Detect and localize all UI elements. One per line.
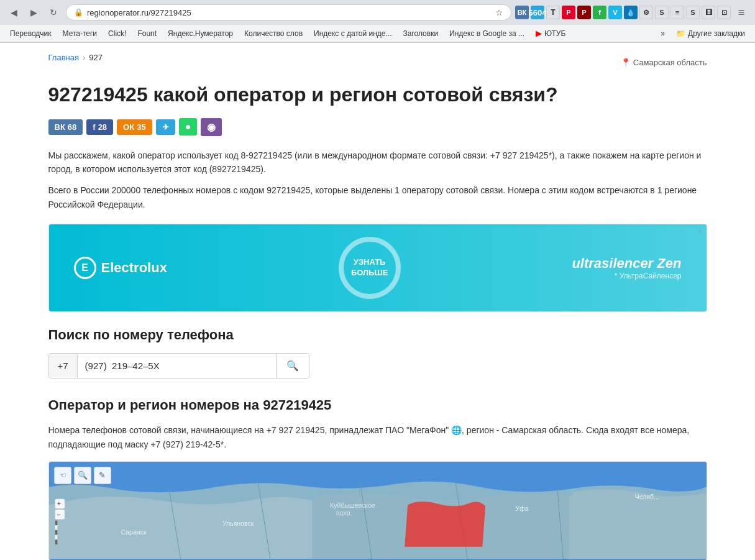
browser-titlebar: ◀ ▶ ↻ 🔒 regionoperator.ru/927219425 ☆ ВК… — [0, 0, 755, 25]
ext1-icon[interactable]: ⚙ — [639, 6, 653, 19]
map-zoom-tool[interactable]: 🔍 — [74, 467, 91, 484]
folder-icon: 📁 — [676, 29, 685, 38]
youtube-icon: ▶ — [536, 29, 542, 38]
page-title: 927219425 какой оператор и регион сотово… — [48, 82, 707, 108]
bookmark-label: Заголовки — [403, 29, 439, 38]
map-draw-tool[interactable]: ✎ — [94, 467, 111, 484]
ext3-icon[interactable]: ≡ — [670, 6, 684, 19]
nav-buttons: ◀ ▶ ↻ — [5, 4, 62, 21]
svg-rect-13 — [55, 530, 57, 535]
phone-search-input[interactable] — [78, 354, 276, 377]
bookmark-label: Click! — [108, 29, 126, 38]
vimeo-icon[interactable]: V — [608, 6, 622, 19]
social-buttons-row: ВК 68 f 28 ОК 35 ✈ ● ◉ — [48, 118, 707, 136]
address-bar[interactable]: 🔒 regionoperator.ru/927219425 ☆ — [66, 4, 511, 21]
ext6-icon[interactable]: ⊡ — [717, 6, 731, 19]
ext5-icon[interactable]: 🎞 — [702, 6, 715, 19]
region-text: Самарская область — [633, 58, 707, 67]
bookmark-fount[interactable]: Fount — [132, 27, 162, 40]
other-bookmarks-label: Другие закладки — [688, 29, 745, 38]
bookmark-perevodchik[interactable]: Переводчик — [5, 27, 57, 40]
whatsapp-share-button[interactable]: ● — [179, 118, 198, 135]
svg-text:вдхр.: вдхр. — [336, 509, 352, 516]
vk-share-button[interactable]: ВК 68 — [48, 119, 83, 135]
odnoklassniki-share-button[interactable]: ОК 35 — [117, 119, 152, 135]
breadcrumb-row: Главная › 927 📍 Самарская область — [48, 53, 707, 72]
menu-button[interactable]: ≡ — [733, 4, 750, 21]
ok-count: 35 — [137, 122, 145, 132]
ad-cta-text: УЗНАТЬБОЛЬШЕ — [351, 257, 388, 278]
facebook-count: 28 — [98, 122, 107, 132]
bookmark-yandex-numerator[interactable]: Яндекс.Нумератор — [163, 27, 238, 40]
bookmark-google-index[interactable]: Индекс в Google за ... — [444, 27, 529, 40]
bookmark-word-count[interactable]: Количество слов — [239, 27, 308, 40]
ad-right-content: ultrasilencer Zen * УльтраСайленсер — [572, 255, 681, 280]
svg-text:Саранск: Саранск — [121, 528, 147, 536]
browser-chrome: ◀ ▶ ↻ 🔒 regionoperator.ru/927219425 ☆ ВК… — [0, 0, 755, 43]
ad-label: i — [700, 227, 701, 234]
bookmark-headers[interactable]: Заголовки — [398, 27, 444, 40]
svg-rect-14 — [55, 539, 57, 544]
raindrop-icon[interactable]: 💧 — [624, 6, 638, 19]
svg-text:Челяб...: Челяб... — [634, 493, 659, 500]
lock-icon: 🔒 — [74, 8, 83, 17]
ok-icon: ОК — [123, 122, 134, 132]
operator-description: Номера телефонов сотовой связи, начинающ… — [48, 423, 707, 451]
ad-inner: E Electrolux УЗНАТЬБОЛЬШЕ ultrasilencer … — [49, 224, 707, 311]
map-pointer-tool[interactable]: ☜ — [54, 467, 71, 484]
bookmark-meta-tegi[interactable]: Мета-теги — [58, 27, 103, 40]
pocket-icon[interactable]: P — [577, 6, 591, 19]
advertisement-block[interactable]: i E Electrolux УЗНАТЬБОЛЬШЕ ultrasilence… — [48, 224, 707, 312]
facebook-share-button[interactable]: f 28 — [86, 119, 113, 135]
feedly-icon[interactable]: f — [593, 6, 606, 19]
description-2: Всего в России 200000 телефонных номеров… — [48, 183, 707, 211]
other-bookmarks-button[interactable]: 📁 Другие закладки — [671, 27, 750, 40]
bookmark-label: ЮТУБ — [544, 29, 565, 38]
description-1: Мы расскажем, какой оператор использует … — [48, 149, 707, 177]
region-badge: 📍 Самарская область — [621, 58, 707, 67]
bookmark-label: Количество слов — [244, 29, 303, 38]
page-scroll[interactable]: Главная › 927 📍 Самарская область 927219… — [0, 43, 755, 560]
refresh-button[interactable]: ↻ — [45, 4, 62, 21]
breadcrumb-home-link[interactable]: Главная — [48, 53, 79, 62]
svg-text:Куйбышевское: Куйбышевское — [330, 502, 375, 509]
map-container: ☜ 🔍 ✎ — [48, 461, 707, 560]
pinterest-icon[interactable]: P — [562, 6, 575, 19]
vk-icon: ВК — [55, 122, 65, 132]
bookmark-label: Fount — [137, 29, 157, 38]
bookmark-click[interactable]: Click! — [103, 27, 131, 40]
counter-badge: 6604 — [531, 6, 544, 19]
forward-button[interactable]: ▶ — [25, 4, 42, 21]
bookmark-label: Индекс с датой инде... — [314, 29, 391, 38]
phone-search-form: +7 🔍 — [48, 353, 309, 379]
whatsapp-icon: ● — [185, 121, 191, 132]
phone-prefix: +7 — [49, 354, 78, 377]
svg-text:−: − — [57, 511, 61, 518]
viber-share-button[interactable]: ◉ — [201, 118, 222, 136]
bookmarks-more-button[interactable]: » — [656, 27, 670, 40]
facebook-icon: f — [93, 122, 95, 132]
vk-count: 68 — [68, 122, 76, 132]
search-icon: 🔍 — [286, 360, 299, 371]
bookmark-label: Мета-теги — [63, 29, 98, 38]
telegram-share-button[interactable]: ✈ — [156, 119, 175, 135]
bookmark-star-icon[interactable]: ☆ — [495, 7, 503, 17]
map-toolbar: ☜ 🔍 ✎ — [54, 467, 111, 484]
bookmark-youtube[interactable]: ▶ ЮТУБ — [531, 27, 570, 40]
phone-search-button[interactable]: 🔍 — [276, 354, 309, 378]
operator-section: Оператор и регион номеров на 927219425 Н… — [48, 397, 707, 560]
bookmark-label: Индекс в Google за ... — [449, 29, 524, 38]
svg-text:+: + — [57, 500, 61, 507]
bookmark-label: Переводчик — [10, 29, 52, 38]
back-button[interactable]: ◀ — [5, 4, 22, 21]
vk-extension-icon[interactable]: ВК — [515, 6, 529, 19]
ext2-icon[interactable]: S — [655, 6, 669, 19]
electrolux-e-icon: E — [74, 257, 96, 279]
ext4-icon[interactable]: S — [686, 6, 700, 19]
map-visual: Саранск Ульяновск Куйбышевское вдхр. Уфа… — [49, 462, 707, 560]
bookmark-index-date[interactable]: Индекс с датой инде... — [309, 27, 396, 40]
bookmarks-bar: Переводчик Мета-теги Click! Fount Яндекс… — [0, 25, 755, 42]
breadcrumb: Главная › 927 — [48, 53, 103, 62]
search-section: Поиск по номеру телефона +7 🔍 — [48, 327, 707, 379]
translate-icon[interactable]: T — [546, 6, 560, 19]
